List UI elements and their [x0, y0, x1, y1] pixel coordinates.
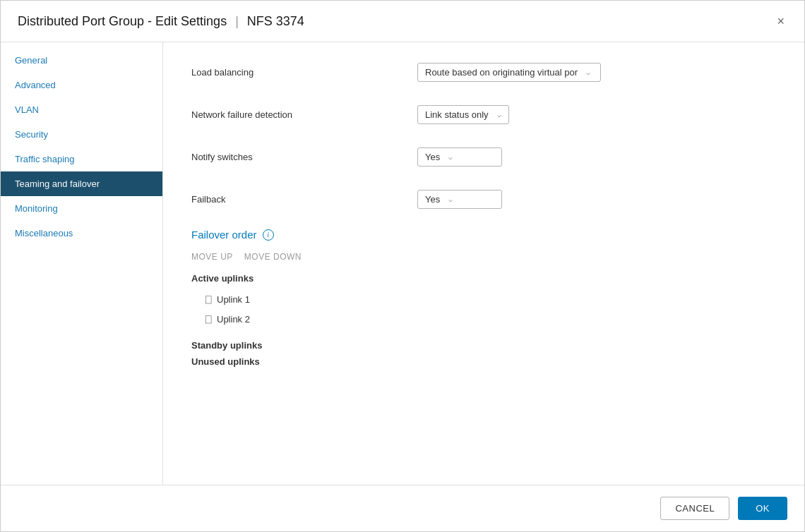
- failover-order-title: Failover order i: [191, 229, 776, 241]
- dialog-body: General Advanced VLAN Security Traffic s…: [1, 42, 804, 485]
- dialog-header: Distributed Port Group - Edit Settings |…: [1, 1, 804, 42]
- title-separator: |: [235, 14, 239, 29]
- active-uplinks-label: Active uplinks: [191, 273, 776, 284]
- network-failure-detection-dropdown[interactable]: Link status only ⌵: [417, 105, 509, 124]
- notify-switches-dropdown[interactable]: Yes ⌵: [417, 147, 502, 167]
- sidebar-item-vlan[interactable]: VLAN: [1, 97, 162, 122]
- sidebar: General Advanced VLAN Security Traffic s…: [1, 42, 163, 485]
- cancel-button[interactable]: CANCEL: [660, 497, 729, 520]
- standby-uplinks-section: Standby uplinks: [191, 340, 776, 351]
- load-balancing-label: Load balancing: [191, 67, 417, 78]
- failback-label: Failback: [191, 194, 417, 205]
- main-content: Load balancing Route based on originatin…: [163, 42, 804, 485]
- title-subtitle: NFS 3374: [247, 14, 304, 29]
- chevron-down-icon: ⌵: [586, 68, 590, 76]
- notify-switches-label: Notify switches: [191, 152, 417, 162]
- unused-uplinks-label: Unused uplinks: [191, 356, 776, 367]
- active-uplinks-list: ⎕ Uplink 1 ⎕ Uplink 2: [191, 289, 776, 329]
- notify-switches-row: Notify switches Yes ⌵: [191, 144, 776, 169]
- uplink-1-item[interactable]: ⎕ Uplink 1: [191, 289, 776, 309]
- sidebar-item-advanced[interactable]: Advanced: [1, 73, 162, 97]
- load-balancing-value: Route based on originating virtual por ⌵: [417, 63, 601, 82]
- sidebar-item-teaming-and-failover[interactable]: Teaming and failover: [1, 171, 162, 196]
- chevron-down-icon: ⌵: [448, 153, 453, 161]
- uplink-icon: ⎕: [205, 313, 211, 325]
- dialog-title: Distributed Port Group - Edit Settings |…: [18, 14, 304, 29]
- dialog: Distributed Port Group - Edit Settings |…: [0, 0, 805, 532]
- ok-button[interactable]: OK: [738, 497, 787, 520]
- move-down-button[interactable]: MOVE DOWN: [244, 252, 302, 262]
- uplink-icon: ⎕: [205, 294, 211, 305]
- sidebar-item-general[interactable]: General: [1, 48, 162, 73]
- network-failure-detection-value: Link status only ⌵: [417, 105, 509, 124]
- move-actions: MOVE UP MOVE DOWN: [191, 252, 776, 262]
- title-main: Distributed Port Group - Edit Settings: [18, 14, 227, 29]
- failover-order-section: Failover order i MOVE UP MOVE DOWN Activ…: [191, 229, 776, 367]
- sidebar-item-miscellaneous[interactable]: Miscellaneous: [1, 221, 162, 246]
- failback-value: Yes ⌵: [417, 190, 502, 209]
- notify-switches-value: Yes ⌵: [417, 147, 502, 167]
- load-balancing-row: Load balancing Route based on originatin…: [191, 59, 776, 85]
- network-failure-detection-row: Network failure detection Link status on…: [191, 102, 776, 127]
- sidebar-item-monitoring[interactable]: Monitoring: [1, 196, 162, 221]
- active-uplinks-section: Active uplinks ⎕ Uplink 1 ⎕ Uplink 2: [191, 273, 776, 329]
- failback-row: Failback Yes ⌵: [191, 186, 776, 212]
- info-icon[interactable]: i: [263, 229, 274, 241]
- uplink-2-item[interactable]: ⎕ Uplink 2: [191, 309, 776, 329]
- chevron-down-icon: ⌵: [448, 195, 453, 203]
- chevron-down-icon: ⌵: [497, 111, 501, 119]
- sidebar-item-security[interactable]: Security: [1, 122, 162, 147]
- dialog-footer: CANCEL OK: [1, 485, 804, 531]
- close-button[interactable]: ×: [774, 12, 787, 30]
- failback-dropdown[interactable]: Yes ⌵: [417, 190, 502, 209]
- unused-uplinks-section: Unused uplinks: [191, 356, 776, 367]
- standby-uplinks-label: Standby uplinks: [191, 340, 776, 351]
- load-balancing-dropdown[interactable]: Route based on originating virtual por ⌵: [417, 63, 601, 82]
- sidebar-item-traffic-shaping[interactable]: Traffic shaping: [1, 147, 162, 171]
- move-up-button[interactable]: MOVE UP: [191, 252, 233, 262]
- network-failure-detection-label: Network failure detection: [191, 109, 417, 120]
